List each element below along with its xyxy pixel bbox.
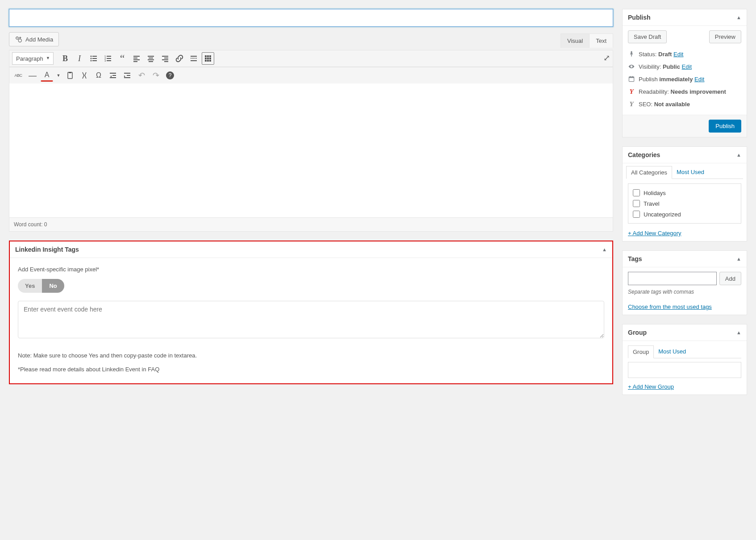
text-color-button[interactable]: A — [41, 69, 53, 82]
add-new-category-link[interactable]: + Add New Category — [628, 230, 681, 237]
category-item[interactable]: Travel — [633, 198, 736, 209]
italic-button[interactable]: I — [73, 52, 86, 65]
read-more-button[interactable] — [187, 52, 200, 65]
content-editor: Visual Text Paragraph B I 123 “ ⤢ — [9, 50, 613, 232]
category-item[interactable]: Uncategorized — [633, 209, 736, 220]
category-checkbox[interactable] — [633, 211, 640, 218]
align-left-button[interactable] — [130, 52, 143, 65]
linkedin-note-faq: *Please read more details about Linkedin… — [18, 366, 604, 373]
seo-value: Not available — [654, 101, 690, 108]
post-title-input[interactable] — [9, 9, 613, 27]
svg-rect-25 — [164, 61, 168, 62]
link-button[interactable] — [173, 52, 186, 65]
text-color-picker-button[interactable]: ▼ — [55, 69, 62, 82]
category-checkbox[interactable] — [633, 200, 640, 207]
seo-label: SEO: — [639, 101, 654, 108]
visibility-edit-link[interactable]: Edit — [682, 63, 692, 70]
choose-most-used-tags-link[interactable]: Choose from the most used tags — [628, 303, 712, 310]
svg-rect-34 — [209, 58, 211, 59]
publish-toggle[interactable]: ▲ — [736, 15, 741, 20]
svg-rect-36 — [207, 60, 209, 62]
tab-visual[interactable]: Visual — [561, 33, 590, 48]
category-item[interactable]: Holidays — [633, 187, 736, 198]
linkedin-note: Note: Make sure to choose Yes and then c… — [18, 352, 604, 359]
schedule-edit-link[interactable]: Edit — [694, 76, 704, 83]
tags-toggle[interactable]: ▲ — [736, 256, 741, 262]
media-icon — [15, 35, 23, 43]
yoast-readability-icon: Y — [628, 88, 635, 95]
paste-text-button[interactable] — [64, 69, 76, 82]
tag-input[interactable] — [628, 272, 717, 285]
svg-rect-45 — [124, 77, 130, 78]
outdent-button[interactable] — [107, 69, 119, 82]
add-new-group-link[interactable]: + Add New Group — [628, 383, 674, 390]
svg-rect-19 — [149, 58, 153, 58]
svg-rect-48 — [630, 76, 631, 78]
strikethrough-button[interactable]: ABC — [12, 69, 25, 82]
svg-rect-16 — [133, 59, 140, 60]
eye-icon — [628, 63, 635, 70]
tab-most-used-categories[interactable]: Most Used — [672, 166, 709, 179]
svg-rect-21 — [149, 61, 153, 62]
svg-point-6 — [91, 60, 92, 62]
clear-formatting-button[interactable] — [78, 69, 91, 82]
svg-rect-42 — [110, 77, 116, 78]
svg-point-4 — [91, 58, 92, 59]
help-button[interactable]: ? — [164, 69, 176, 82]
format-select[interactable]: Paragraph — [12, 52, 54, 65]
word-count-value: 0 — [44, 221, 47, 228]
word-count-label: Word count: — [14, 221, 44, 228]
ordered-list-button[interactable]: 123 — [102, 52, 114, 65]
svg-rect-18 — [148, 56, 154, 57]
tags-hint: Separate tags with commas — [628, 289, 741, 295]
tab-most-used-group[interactable]: Most Used — [654, 345, 690, 358]
categories-title: Categories — [628, 151, 660, 158]
group-toggle[interactable]: ▲ — [736, 330, 741, 335]
category-label: Holidays — [644, 190, 666, 196]
event-code-textarea[interactable] — [18, 301, 604, 338]
add-media-button[interactable]: Add Media — [9, 32, 59, 46]
linkedin-box-toggle[interactable]: ▲ — [602, 247, 607, 252]
tab-text[interactable]: Text — [589, 33, 613, 48]
fullscreen-button[interactable]: ⤢ — [603, 53, 610, 63]
publish-title: Publish — [628, 14, 651, 21]
quote-button[interactable]: “ — [116, 52, 129, 65]
editor-content-area[interactable] — [9, 83, 613, 217]
status-edit-link[interactable]: Edit — [673, 51, 683, 58]
tab-group[interactable]: Group — [628, 345, 654, 358]
schedule-value: immediately — [659, 76, 693, 83]
publish-button[interactable]: Publish — [709, 120, 741, 133]
add-tag-button[interactable]: Add — [719, 272, 741, 285]
svg-rect-38 — [68, 72, 72, 79]
indent-button[interactable] — [121, 69, 133, 82]
align-center-button[interactable] — [145, 52, 157, 65]
hr-button[interactable]: — — [26, 69, 39, 82]
save-draft-button[interactable]: Save Draft — [628, 30, 667, 43]
svg-rect-27 — [191, 58, 197, 58]
pixel-toggle-yes[interactable]: Yes — [18, 279, 42, 293]
undo-button[interactable]: ↶ — [135, 69, 148, 82]
bold-button[interactable]: B — [59, 52, 71, 65]
svg-rect-23 — [164, 58, 168, 58]
preview-button[interactable]: Preview — [709, 30, 741, 43]
category-checkbox[interactable] — [633, 189, 640, 196]
svg-rect-35 — [205, 60, 207, 62]
toolbar-toggle-button[interactable] — [202, 52, 214, 65]
redo-button[interactable]: ↷ — [150, 69, 162, 82]
bullet-list-button[interactable] — [87, 52, 100, 65]
readability-value: Needs improvement — [671, 88, 726, 95]
group-list — [628, 362, 741, 378]
tab-all-categories[interactable]: All Categories — [626, 166, 672, 179]
svg-rect-29 — [205, 55, 207, 57]
special-char-button[interactable]: Ω — [92, 69, 105, 82]
pixel-toggle[interactable]: Yes No — [18, 279, 64, 293]
align-right-button[interactable] — [159, 52, 171, 65]
svg-rect-9 — [107, 56, 111, 57]
categories-toggle[interactable]: ▲ — [736, 152, 741, 158]
svg-rect-30 — [207, 55, 209, 57]
pixel-toggle-no[interactable]: No — [42, 279, 64, 293]
svg-point-2 — [91, 56, 92, 57]
svg-text:3: 3 — [104, 59, 106, 62]
readability-label: Readability: — [639, 88, 671, 95]
status-value: Draft — [658, 51, 672, 58]
